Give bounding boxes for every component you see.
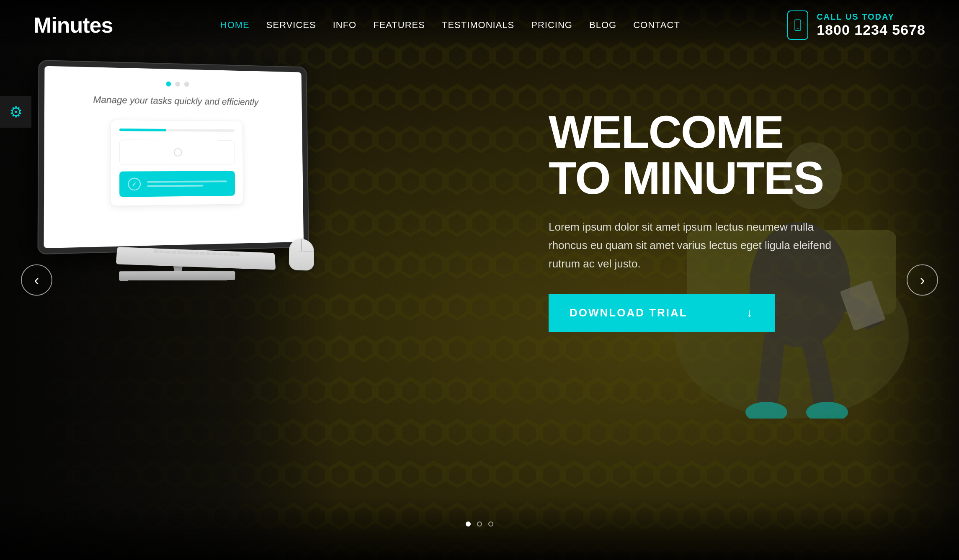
key <box>177 258 182 261</box>
progress-bar <box>119 128 235 132</box>
header-contact: CALL US TODAY 1800 1234 5678 <box>787 10 925 40</box>
nav-testimonials[interactable]: TESTIMONIALS <box>442 20 514 31</box>
mouse <box>289 239 314 271</box>
key <box>159 257 164 260</box>
task-lines <box>147 180 227 187</box>
carousel-next-button[interactable]: › <box>907 265 938 296</box>
carousel-dot-1[interactable] <box>466 521 471 527</box>
key <box>165 258 170 261</box>
carousel-dots <box>466 521 493 527</box>
dot-1 <box>166 81 171 86</box>
key <box>229 253 234 256</box>
key <box>153 257 158 260</box>
monitor-illustration: Manage your tasks quickly and efficientl… <box>42 63 356 280</box>
dot-3 <box>184 82 189 87</box>
nav-services[interactable]: SERVICES <box>266 20 316 31</box>
download-icon: ↓ <box>747 306 754 320</box>
nav-contact[interactable]: CONTACT <box>633 20 680 31</box>
svg-rect-9 <box>797 28 799 29</box>
arrow-left-icon: ‹ <box>34 271 39 289</box>
phone-number[interactable]: 1800 1234 5678 <box>817 22 925 38</box>
stand-base <box>119 271 235 281</box>
key <box>235 260 240 263</box>
hero-description: Lorem ipsum dolor sit amet ipsum lectus … <box>549 218 842 273</box>
key <box>235 253 240 256</box>
key <box>200 252 205 255</box>
monitor-slide-text: Manage your tasks quickly and efficientl… <box>93 93 258 109</box>
settings-button[interactable]: ⚙ <box>0 96 31 128</box>
key <box>171 258 176 261</box>
slide-indicators <box>166 81 189 87</box>
key <box>224 260 229 263</box>
hero-title: WELCOME TO MINUTES <box>549 109 842 201</box>
carousel-dot-2[interactable] <box>477 521 482 527</box>
key <box>194 259 199 262</box>
call-label: CALL US TODAY <box>817 12 925 22</box>
key <box>212 252 217 255</box>
task-action-btn: ✓ <box>119 171 235 197</box>
key <box>188 259 193 262</box>
key <box>218 259 223 262</box>
monitor-frame: Manage your tasks quickly and efficientl… <box>37 60 309 254</box>
key <box>177 251 182 254</box>
key <box>165 251 170 254</box>
key <box>206 259 211 262</box>
download-trial-button[interactable]: DOWNLOAD TRIAL ↓ <box>549 294 775 332</box>
check-circle-icon: ✓ <box>128 177 141 190</box>
mobile-icon <box>792 19 804 31</box>
monitor-screen: Manage your tasks quickly and efficientl… <box>44 66 304 248</box>
progress-fill <box>119 128 166 131</box>
logo[interactable]: Minutes <box>34 13 113 38</box>
hero-content: WELCOME TO MINUTES Lorem ipsum dolor sit… <box>549 109 842 332</box>
hero-section: Minutes HOME SERVICES INFO FEATURES TEST… <box>0 0 959 560</box>
title-line2: TO MINUTES <box>549 152 823 203</box>
key <box>171 251 176 254</box>
download-btn-label: DOWNLOAD TRIAL <box>570 306 688 319</box>
phone-icon <box>787 10 808 40</box>
key <box>183 258 188 261</box>
key <box>223 253 228 256</box>
key <box>206 252 211 255</box>
key <box>229 260 234 263</box>
key <box>183 251 188 254</box>
key <box>159 250 164 253</box>
task-card: ✓ <box>111 119 244 206</box>
carousel-dot-3[interactable] <box>488 521 493 527</box>
key <box>194 252 199 255</box>
nav-pricing[interactable]: PRICING <box>531 20 572 31</box>
contact-info: CALL US TODAY 1800 1234 5678 <box>817 12 925 38</box>
header: Minutes HOME SERVICES INFO FEATURES TEST… <box>0 0 959 50</box>
key <box>217 253 222 256</box>
bottom-overlay <box>0 497 959 560</box>
carousel-prev-button[interactable]: ‹ <box>21 265 52 296</box>
nav-blog[interactable]: BLOG <box>589 20 616 31</box>
line-1 <box>147 180 227 182</box>
monitor-wrapper: Manage your tasks quickly and efficientl… <box>42 63 314 280</box>
nav-features[interactable]: FEATURES <box>373 20 425 31</box>
key <box>188 252 193 254</box>
title-line1: WELCOME <box>549 106 783 157</box>
check-icon: ✓ <box>132 181 137 188</box>
key <box>153 250 158 253</box>
navigation: HOME SERVICES INFO FEATURES TESTIMONIALS… <box>220 20 680 31</box>
key <box>212 259 217 262</box>
line-2 <box>147 185 203 187</box>
arrow-right-icon: › <box>920 271 925 289</box>
nav-home[interactable]: HOME <box>220 20 250 31</box>
gear-icon: ⚙ <box>9 103 23 121</box>
circle-icon <box>174 148 182 157</box>
mouse-divider <box>301 239 302 251</box>
mouse-buttons <box>289 239 314 252</box>
key <box>200 259 205 262</box>
dot-2 <box>175 82 180 87</box>
nav-info[interactable]: INFO <box>333 20 357 31</box>
task-input-area <box>119 139 235 165</box>
